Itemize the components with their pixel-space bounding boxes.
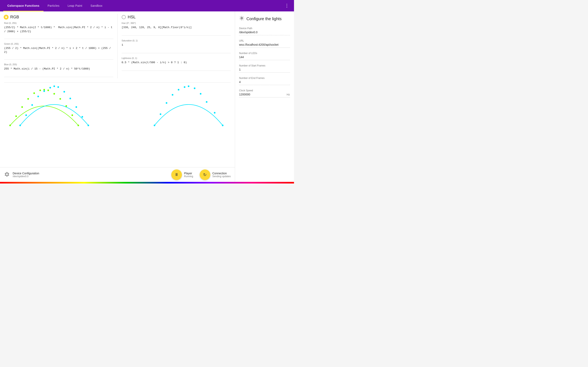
rgb-header: RGB — [4, 15, 113, 19]
hue-input[interactable] — [122, 25, 231, 36]
url-value[interactable]: wss://localhost:4200/api/socket — [239, 43, 290, 48]
svg-point-5 — [39, 90, 41, 91]
svg-point-8 — [53, 93, 55, 95]
lightness-input[interactable] — [122, 60, 231, 71]
device-config-label: Device Configuration — [13, 172, 39, 175]
svg-point-0 — [9, 125, 11, 126]
tab-sandbox[interactable]: Sandbox — [86, 0, 107, 11]
hsl-header: HSL — [122, 15, 231, 19]
refresh-icon: ↻ — [203, 172, 207, 177]
green-label: Green (0, 255) — [4, 43, 113, 45]
tab-colorspace[interactable]: Colorspace Functions — [3, 0, 43, 11]
more-menu-button[interactable]: ⋮ — [283, 1, 291, 10]
lightness-field: Lightness (0, 1) — [122, 57, 231, 72]
rgb-title: RGB — [10, 15, 19, 19]
connection-label: Connection — [212, 172, 231, 175]
hue-label: Hue (0°, 360°) — [122, 22, 231, 24]
sidebar-header: Configure the lights — [239, 16, 290, 22]
svg-point-36 — [214, 112, 215, 114]
player-pause-button[interactable]: ⏸ — [171, 169, 182, 180]
svg-point-17 — [43, 90, 45, 92]
svg-point-12 — [78, 125, 79, 126]
device-info: Device Configuration /dev/spidev0.0 — [13, 172, 39, 178]
svg-point-1 — [15, 115, 17, 117]
num-leds-field: Number of LEDs 144 — [239, 52, 290, 60]
hsl-section: HSL Hue (0°, 360°) Saturation (0, 1) Lig… — [118, 11, 235, 81]
svg-point-25 — [87, 125, 89, 126]
green-field: Green (0, 255) — [4, 43, 113, 60]
clock-speed-value[interactable]: 1200000 — [239, 93, 286, 96]
gear-icon — [4, 171, 10, 178]
rainbow-footer — [0, 182, 294, 184]
num-start-frames-value[interactable]: 1 — [239, 68, 290, 73]
svg-point-32 — [188, 85, 190, 87]
top-navigation: Colorspace Functions Particles Leap Pain… — [0, 0, 294, 11]
num-leds-label: Number of LEDs — [239, 52, 290, 55]
url-label: URL — [239, 39, 290, 42]
blue-input[interactable] — [4, 67, 113, 77]
svg-point-29 — [172, 94, 173, 96]
device-path-label: Device Path — [239, 27, 290, 30]
blue-field: Blue (0, 255) — [4, 63, 113, 78]
saturation-input[interactable] — [122, 43, 231, 53]
clock-speed-field: Clock Speed 1200000 Hz — [239, 89, 290, 98]
svg-point-24 — [81, 116, 83, 118]
device-path-value[interactable]: /dev/spidev0.0 — [239, 31, 290, 35]
rgb-section: RGB Red (0, 255) Green (0, 255) Blue (0,… — [0, 11, 117, 81]
saturation-field: Saturation (0, 1) — [122, 39, 231, 54]
svg-point-11 — [71, 114, 73, 116]
content-area: RGB Red (0, 255) Green (0, 255) Blue (0,… — [0, 11, 235, 182]
visualization-area — [4, 82, 231, 167]
svg-point-27 — [160, 113, 161, 115]
svg-point-3 — [27, 98, 29, 100]
blue-label: Blue (0, 255) — [4, 63, 113, 66]
svg-point-4 — [33, 92, 35, 94]
svg-point-30 — [178, 89, 180, 91]
clock-speed-unit: Hz — [287, 93, 290, 96]
saturation-label: Saturation (0, 1) — [122, 39, 231, 42]
connection-refresh-button[interactable]: ↻ — [200, 169, 210, 180]
svg-point-37 — [222, 125, 224, 126]
url-field: URL wss://localhost:4200/api/socket — [239, 39, 290, 48]
svg-point-35 — [206, 101, 208, 103]
waveform-chart — [4, 83, 231, 127]
svg-point-31 — [184, 86, 185, 88]
tab-leappaint[interactable]: Leap Paint — [63, 0, 86, 11]
clock-speed-row: 1200000 Hz — [239, 93, 290, 96]
svg-point-20 — [57, 86, 59, 88]
red-field: Red (0, 255) — [4, 22, 113, 40]
svg-point-28 — [166, 102, 167, 104]
device-path-field: Device Path /dev/spidev0.0 — [239, 27, 290, 35]
tab-label-leappaint: Leap Paint — [68, 4, 82, 7]
tab-label-sandbox: Sandbox — [90, 4, 103, 7]
connection-label-group: Connection Sending updates — [212, 172, 231, 178]
svg-point-33 — [194, 87, 195, 89]
hue-field: Hue (0°, 360°) — [122, 22, 231, 36]
rgb-radio[interactable] — [4, 15, 8, 19]
right-sidebar: Configure the lights Device Path /dev/sp… — [235, 11, 294, 182]
svg-point-14 — [25, 114, 27, 116]
sidebar-configure-title: Configure the lights — [246, 17, 282, 21]
connection-status-group: ↻ Connection Sending updates — [200, 169, 231, 180]
player-status: Running — [184, 175, 193, 178]
svg-point-23 — [76, 106, 77, 108]
main-layout: RGB Red (0, 255) Green (0, 255) Blue (0,… — [0, 11, 294, 182]
sun-icon — [239, 16, 244, 22]
hsl-title: HSL — [128, 15, 136, 19]
pause-icon: ⏸ — [174, 172, 179, 177]
formula-panels: RGB Red (0, 255) Green (0, 255) Blue (0,… — [0, 11, 235, 81]
connection-status: Sending updates — [212, 175, 231, 178]
hsl-radio[interactable] — [122, 15, 126, 19]
svg-point-9 — [60, 98, 61, 100]
green-input[interactable] — [4, 46, 113, 60]
red-input[interactable] — [4, 25, 113, 39]
num-leds-value[interactable]: 144 — [239, 55, 290, 60]
svg-point-13 — [19, 125, 21, 126]
num-end-frames-value[interactable]: 4 — [239, 80, 290, 85]
svg-point-16 — [37, 96, 39, 97]
num-start-frames-label: Number of Start Frames — [239, 64, 290, 67]
tab-particles[interactable]: Particles — [43, 0, 63, 11]
svg-point-6 — [43, 89, 45, 91]
status-bar: Device Configuration /dev/spidev0.0 ⏸ Pl… — [0, 167, 235, 182]
red-label: Red (0, 255) — [4, 22, 113, 24]
